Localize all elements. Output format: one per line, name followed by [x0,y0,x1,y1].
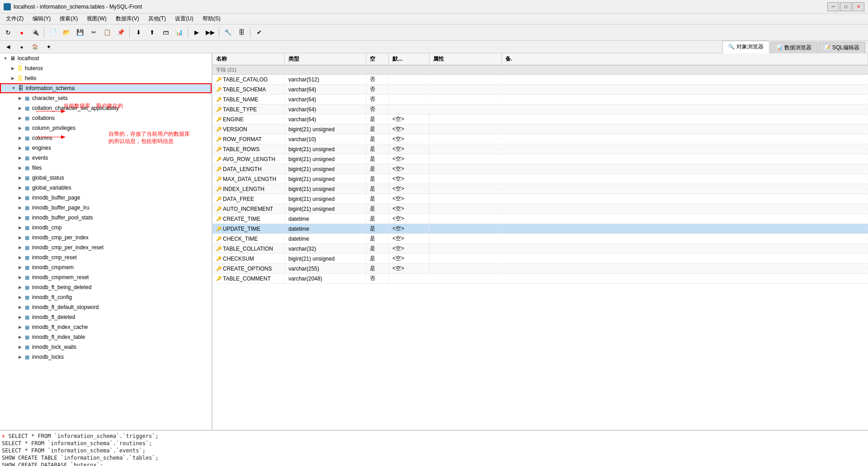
toggle-innodb-ft-deleted[interactable]: ▶ [16,314,24,321]
toggle-collation-charset[interactable]: ▶ [16,105,24,112]
toggle-innodb-cmpmem-reset[interactable]: ▶ [16,274,24,281]
table-row[interactable]: 🔑 AVG_ROW_LENGTH bigint(21) unsigned 是 <… [212,154,868,164]
tree-item-collations[interactable]: ▶ ▦ collations [0,113,212,123]
tab-sql-editor[interactable]: 📝 SQL编辑器 [818,42,865,53]
tree-item-column-privileges[interactable]: ▶ ▦ column_privileges [0,123,212,133]
toggle-innodb-ft-index-cache[interactable]: ▶ [16,323,24,331]
connect-button[interactable]: 🔌 [29,26,42,39]
toggle-huterox[interactable]: ▶ [9,65,16,72]
tree-item-innodb-ft-deleted[interactable]: ▶ ▦ innodb_ft_deleted [0,312,212,322]
table-row[interactable]: 🔑 CREATE_TIME datetime 是 <空> [212,214,868,224]
tree-item-engines[interactable]: ▶ ▦ engines [0,143,212,153]
toggle-innodb-cmpmem[interactable]: ▶ [16,264,24,271]
table-row[interactable]: 🔑 CREATE_OPTIONS varchar(255) 是 <空> [212,264,868,274]
tree-item-global-status[interactable]: ▶ ▦ global_status [0,173,212,183]
table-row[interactable]: 🔑 TABLE_TYPE varchar(64) 否 [212,105,868,114]
toggle-innodb-cmp-per-index[interactable]: ▶ [16,234,24,241]
tree-item-global-variables[interactable]: ▶ ▦ global_variables [0,183,212,193]
menu-view[interactable]: 视图(W) [83,14,110,24]
tree-item-character-sets[interactable]: ▶ ▦ character_sets [0,93,212,103]
tree-item-localhost[interactable]: ▼ 🖥 localhost [0,53,212,63]
table-row[interactable]: 🔑 UPDATE_TIME datetime 是 <空> [212,224,868,234]
toggle-column-privileges[interactable]: ▶ [16,124,24,132]
tree-item-innodb-ft-default-stopword[interactable]: ▶ ▦ innodb_ft_default_stopword [0,302,212,312]
table-row[interactable]: 🔑 ROW_FORMAT varchar(10) 是 <空> [212,134,868,144]
save-button[interactable]: 💾 [74,26,86,39]
toggle-information-schema[interactable]: ▼ [10,85,17,92]
table-row[interactable]: 🔑 TABLE_CATALOG varchar(512) 否 [212,75,868,85]
tree-item-columns[interactable]: ▶ ▦ columns [0,133,212,143]
toggle-innodb-ft-default-stopword[interactable]: ▶ [16,304,24,311]
close-button[interactable]: ✕ [853,2,864,11]
paste-button[interactable]: 📌 [114,26,127,39]
table-row[interactable]: 🔑 TABLE_ROWS bigint(21) unsigned 是 <空> [212,144,868,154]
tree-item-innodb-lock-waits[interactable]: ▶ ▦ innodb_lock_waits [0,342,212,352]
table-row[interactable]: 🔑 MAX_DATA_LENGTH bigint(21) unsigned 是 … [212,174,868,184]
home-button[interactable]: 🏠 [29,41,42,53]
check-button[interactable]: ✔ [253,26,265,39]
table-row[interactable]: 🔑 CHECKSUM bigint(21) unsigned 是 <空> [212,254,868,264]
new-button[interactable]: 📄 [47,26,59,39]
tree-item-innodb-buffer-pool-stats[interactable]: ▶ ▦ innodb_buffer_pool_stats [0,213,212,223]
toggle-global-variables[interactable]: ▶ [16,184,24,191]
tree-item-innodb-cmp[interactable]: ▶ ▦ innodb_cmp [0,223,212,233]
open-button[interactable]: 📂 [60,26,73,39]
tree-item-innodb-cmp-reset[interactable]: ▶ ▦ innodb_cmp_reset [0,252,212,262]
table-row[interactable]: 🔑 TABLE_NAME varchar(64) 否 [212,95,868,105]
copy-button[interactable]: 📋 [101,26,113,39]
toggle-character-sets[interactable]: ▶ [16,95,24,102]
tools-button[interactable]: 🔧 [222,26,234,39]
tree-item-innodb-cmpmem-reset[interactable]: ▶ ▦ innodb_cmpmem_reset [0,272,212,282]
menu-edit[interactable]: 编辑(Y) [28,14,55,24]
star-button[interactable]: ★ [42,41,55,53]
tree-item-huterox[interactable]: ▶ 🗄 huterox [0,63,212,73]
table-row[interactable]: 🔑 AUTO_INCREMENT bigint(21) unsigned 是 <… [212,204,868,214]
tab-object-browser[interactable]: 🔍 对象浏览器 [722,41,769,53]
toggle-innodb-lock-waits[interactable]: ▶ [16,343,24,351]
table-button[interactable]: 🗃 [159,26,172,39]
tree-item-innodb-ft-being-deleted[interactable]: ▶ ▦ innodb_ft_being_deleted [0,282,212,292]
menu-help[interactable]: 帮助(S) [198,14,225,24]
table-row[interactable]: 🔑 INDEX_LENGTH bigint(21) unsigned 是 <空> [212,184,868,194]
restore-button[interactable]: □ [840,2,852,11]
import-button[interactable]: ⬇ [132,26,145,39]
toggle-events[interactable]: ▶ [16,154,24,162]
run-button[interactable]: ▶ [190,26,203,39]
tree-item-events[interactable]: ▶ ▦ events [0,153,212,163]
toggle-innodb-ft-index-table[interactable]: ▶ [16,333,24,341]
table-row[interactable]: 🔑 DATA_LENGTH bigint(21) unsigned 是 <空> [212,164,868,174]
toggle-engines[interactable]: ▶ [16,144,24,152]
table-row[interactable]: 🔑 ENGINE varchar(64) 是 <空> [212,114,868,124]
minimize-button[interactable]: ─ [827,2,839,11]
toggle-innodb-cmp-per-index-reset[interactable]: ▶ [16,244,24,251]
toggle-collations[interactable]: ▶ [16,114,24,122]
toggle-global-status[interactable]: ▶ [16,174,24,181]
table-row[interactable]: 🔑 CHECK_TIME datetime 是 <空> [212,234,868,244]
tree-item-innodb-buffer-page-lru[interactable]: ▶ ▦ innodb_buffer_page_lru [0,203,212,213]
tree-item-innodb-ft-config[interactable]: ▶ ▦ innodb_ft_config [0,292,212,302]
tree-item-innodb-ft-index-table[interactable]: ▶ ▦ innodb_ft_index_table [0,332,212,342]
menu-search[interactable]: 搜索(X) [56,14,82,24]
tree-item-collation-charset[interactable]: ▶ ▦ collation_character_set_applicabilit… [0,103,212,113]
toggle-innodb-ft-being-deleted[interactable]: ▶ [16,284,24,291]
tree-item-innodb-cmp-per-index[interactable]: ▶ ▦ innodb_cmp_per_index [0,233,212,243]
toggle-innodb-cmp-reset[interactable]: ▶ [16,254,24,261]
table-row[interactable]: 🔑 TABLE_COMMENT varchar(2048) 否 [212,274,868,284]
toggle-innodb-ft-config[interactable]: ▶ [16,294,24,301]
tree-item-innodb-cmp-per-index-reset[interactable]: ▶ ▦ innodb_cmp_per_index_reset [0,243,212,252]
table-row[interactable]: 🔑 TABLE_SCHEMA varchar(64) 否 [212,85,868,95]
sql-console[interactable]: × SELECT * FROM `information_schema`.`tr… [0,430,868,466]
table-row[interactable]: 🔑 VERSION bigint(21) unsigned 是 <空> [212,124,868,134]
tree-item-files[interactable]: ▶ ▦ files [0,163,212,173]
query-button[interactable]: 📊 [173,26,185,39]
toggle-columns[interactable]: ▶ [16,134,24,142]
forward-button[interactable]: ● [15,41,28,53]
tree-item-innodb-locks[interactable]: ▶ ▦ innodb_locks [0,352,212,362]
menu-settings[interactable]: 设置(U) [171,14,198,24]
table-row[interactable]: 🔑 DATA_FREE bigint(21) unsigned 是 <空> [212,194,868,204]
tree-item-hello[interactable]: ▶ 🗄 hello [0,73,212,83]
toggle-files[interactable]: ▶ [16,164,24,171]
tab-data-browser[interactable]: 📊 数据浏览器 [770,42,817,53]
back-button[interactable]: ◀ [2,41,14,53]
tree-item-innodb-buffer-page[interactable]: ▶ ▦ innodb_buffer_page [0,193,212,203]
